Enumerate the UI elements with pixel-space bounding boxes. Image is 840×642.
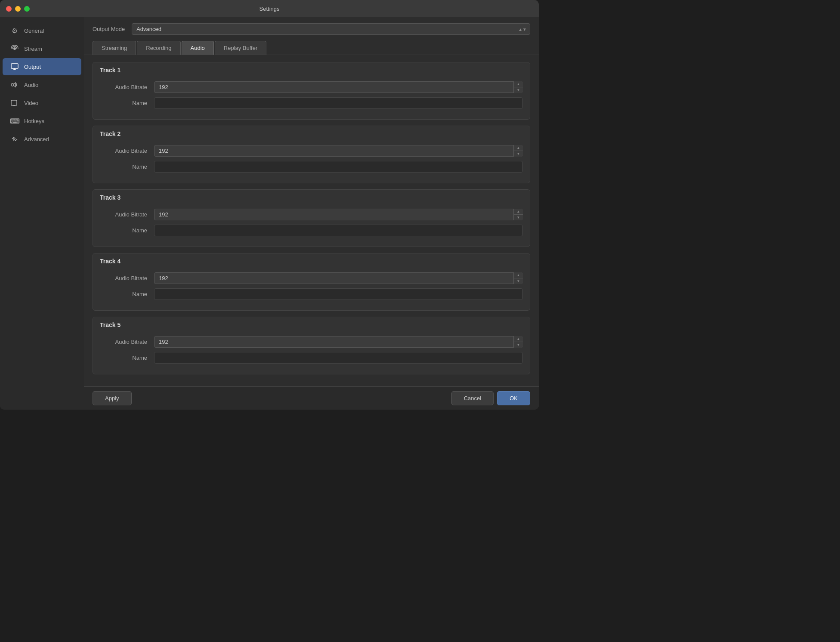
track-4-spin-down[interactable]: ▼ (514, 278, 523, 284)
output-mode-select[interactable]: Simple Advanced (132, 23, 530, 35)
close-button[interactable] (6, 6, 12, 12)
track-5-name-row: Name (100, 352, 523, 364)
track-3-fields: Audio Bitrate ▲ ▼ Name (93, 205, 530, 247)
track-5-bitrate-input[interactable] (154, 336, 523, 348)
ok-button[interactable]: OK (497, 391, 530, 405)
svg-rect-5 (11, 100, 17, 105)
apply-button[interactable]: Apply (93, 391, 132, 405)
window-body: ⚙ General Stream (0, 17, 539, 410)
track-2-spin-down[interactable]: ▼ (514, 151, 523, 157)
track-1-bitrate-input[interactable] (154, 81, 523, 93)
track-3-spin-arrows: ▲ ▼ (513, 209, 523, 220)
main-content: Output Mode Simple Advanced ▲▼ Streaming… (84, 17, 539, 410)
track-2-bitrate-input[interactable] (154, 145, 523, 157)
track-5-bitrate-wrapper: ▲ ▼ (154, 336, 523, 348)
track-3-name-input[interactable] (154, 225, 523, 236)
track-1-spin-arrows: ▲ ▼ (513, 81, 523, 93)
track-1-bitrate-wrapper: ▲ ▼ (154, 81, 523, 93)
track-4-name-wrapper (154, 288, 523, 300)
track-3-name-row: Name (100, 225, 523, 236)
track-3-spin-down[interactable]: ▼ (514, 215, 523, 220)
track-1-spin-up[interactable]: ▲ (514, 81, 523, 87)
track-3-name-wrapper (154, 225, 523, 236)
titlebar: Settings (0, 0, 539, 17)
track-5-bitrate-label: Audio Bitrate (100, 339, 147, 345)
track-5-name-input[interactable] (154, 352, 523, 364)
tracks-content: Track 1 Audio Bitrate ▲ ▼ (84, 55, 539, 386)
track-4-spin-up[interactable]: ▲ (514, 272, 523, 278)
track-2-fields: Audio Bitrate ▲ ▼ Name (93, 142, 530, 183)
cancel-button[interactable]: Cancel (451, 391, 494, 405)
tab-replay-buffer[interactable]: Replay Buffer (215, 41, 267, 55)
svg-point-0 (13, 47, 16, 50)
svg-rect-4 (12, 83, 13, 86)
track-1-bitrate-label: Audio Bitrate (100, 84, 147, 90)
output-mode-bar: Output Mode Simple Advanced ▲▼ (84, 17, 539, 41)
track-2-name-label: Name (100, 164, 147, 170)
track-5-spin-up[interactable]: ▲ (514, 336, 523, 342)
sidebar-item-label-stream: Stream (24, 46, 42, 52)
track-2-spin-arrows: ▲ ▼ (513, 145, 523, 157)
window-title: Settings (259, 6, 280, 12)
sidebar-footer (0, 148, 84, 410)
track-2-header: Track 2 (93, 126, 530, 142)
track-3-bitrate-input[interactable] (154, 209, 523, 220)
sidebar-item-label-advanced: Advanced (24, 136, 49, 142)
track-3-section: Track 3 Audio Bitrate ▲ ▼ (93, 189, 530, 247)
track-4-name-input[interactable] (154, 288, 523, 300)
sidebar-item-label-video: Video (24, 100, 38, 106)
track-3-bitrate-label: Audio Bitrate (100, 211, 147, 218)
track-2-bitrate-wrapper: ▲ ▼ (154, 145, 523, 157)
track-4-bitrate-wrapper: ▲ ▼ (154, 272, 523, 284)
track-2-name-wrapper (154, 161, 523, 173)
tab-audio[interactable]: Audio (182, 41, 214, 55)
output-icon (10, 62, 19, 71)
sidebar-item-hotkeys[interactable]: ⌨ Hotkeys (3, 112, 81, 130)
track-3-header: Track 3 (93, 190, 530, 205)
track-4-bitrate-input[interactable] (154, 272, 523, 284)
settings-window: Settings ⚙ General Stream (0, 0, 539, 410)
track-4-header: Track 4 (93, 253, 530, 269)
track-2-bitrate-label: Audio Bitrate (100, 148, 147, 154)
video-icon (10, 99, 19, 107)
maximize-button[interactable] (24, 6, 30, 12)
track-1-spin-down[interactable]: ▼ (514, 87, 523, 93)
track-1-name-input[interactable] (154, 97, 523, 109)
track-5-name-wrapper (154, 352, 523, 364)
gear-icon: ⚙ (10, 26, 19, 35)
track-2-spin-up[interactable]: ▲ (514, 145, 523, 151)
bottom-bar: Apply Cancel OK (84, 386, 539, 410)
track-3-bitrate-wrapper: ▲ ▼ (154, 209, 523, 220)
track-4-name-label: Name (100, 291, 147, 297)
track-1-name-row: Name (100, 97, 523, 109)
track-2-bitrate-row: Audio Bitrate ▲ ▼ (100, 145, 523, 157)
track-1-bitrate-row: Audio Bitrate ▲ ▼ (100, 81, 523, 93)
tab-streaming[interactable]: Streaming (93, 41, 136, 55)
track-2-section: Track 2 Audio Bitrate ▲ ▼ (93, 126, 530, 183)
track-4-bitrate-row: Audio Bitrate ▲ ▼ (100, 272, 523, 284)
sidebar-item-general[interactable]: ⚙ General (3, 22, 81, 39)
sidebar-item-audio[interactable]: Audio (3, 76, 81, 93)
track-5-spin-arrows: ▲ ▼ (513, 336, 523, 348)
audio-icon (10, 80, 19, 89)
minimize-button[interactable] (15, 6, 21, 12)
track-4-fields: Audio Bitrate ▲ ▼ Name (93, 269, 530, 310)
track-1-header: Track 1 (93, 62, 530, 78)
tab-recording[interactable]: Recording (137, 41, 180, 55)
sidebar-item-stream[interactable]: Stream (3, 40, 81, 57)
sidebar-item-video[interactable]: Video (3, 94, 81, 111)
sidebar-item-advanced[interactable]: Advanced (3, 130, 81, 148)
track-5-spin-down[interactable]: ▼ (514, 342, 523, 348)
sidebar-item-output[interactable]: Output (3, 58, 81, 75)
track-3-spin-up[interactable]: ▲ (514, 209, 523, 215)
track-5-fields: Audio Bitrate ▲ ▼ Name (93, 333, 530, 374)
track-2-name-row: Name (100, 161, 523, 173)
track-1-name-wrapper (154, 97, 523, 109)
advanced-icon (10, 135, 19, 143)
sidebar-item-label-output: Output (24, 64, 41, 70)
track-1-fields: Audio Bitrate ▲ ▼ Name (93, 78, 530, 119)
sidebar-item-label-audio: Audio (24, 82, 38, 88)
svg-rect-1 (11, 64, 18, 68)
track-5-header: Track 5 (93, 317, 530, 333)
track-2-name-input[interactable] (154, 161, 523, 173)
